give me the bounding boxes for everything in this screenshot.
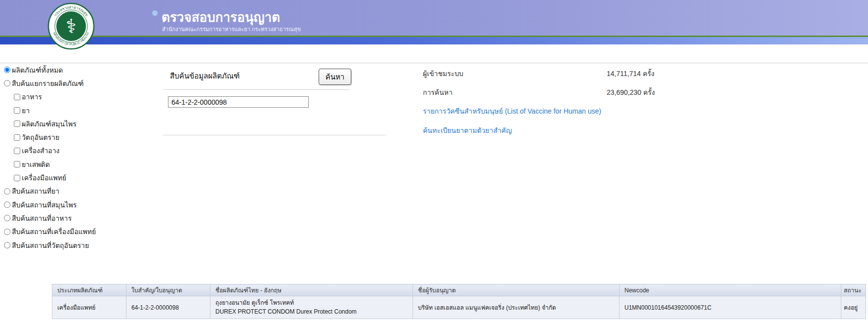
searches-label: การค้นหา	[423, 87, 453, 98]
sidebar: ผลิตภัณฑ์ทั้งหมด สืบค้นแยกรายผลิตภัณฑ์ อ…	[4, 63, 157, 252]
checkbox-herbal[interactable]	[14, 121, 20, 127]
sidebar-item-label: ผลิตภัณฑ์สมุนไพร	[22, 119, 77, 129]
search-input[interactable]	[168, 96, 309, 108]
vaccine-list-link[interactable]: รายการวัคซีนสำหรับมนุษย์ (List of Vaccin…	[423, 106, 601, 117]
visitors-label: ผู้เข้าชมระบบ	[423, 68, 463, 79]
header-band	[0, 0, 868, 36]
col-licensee: ชื่อผู้รับอนุญาต	[413, 284, 620, 296]
col-status: สถานะ	[841, 284, 866, 296]
sidebar-item-drug-premises[interactable]: สืบค้นสถานที่ยา	[4, 185, 157, 198]
col-newcode: Newcode	[620, 284, 841, 296]
results-table: ประเภทผลิตภัณฑ์ ใบสำคัญ/ใบอนุญาต ชื่อผลิ…	[52, 284, 866, 319]
product-name-english: DUREX PROTECT CONDOM Durex Protect Condo…	[215, 308, 408, 316]
table-row[interactable]: เครื่องมือแพทย์ 64-1-2-2-0000098 ถุงยางอ…	[52, 296, 866, 319]
product-name-thai: ถุงยางอนามัย ดูเร็กซ์ โพรเทคท์	[215, 299, 408, 307]
sidebar-item-food-premises[interactable]: สืบค้นสถานที่อาหาร	[4, 211, 157, 225]
checkbox-drug[interactable]	[14, 107, 20, 114]
checkbox-medical-device[interactable]	[14, 175, 20, 181]
cell-newcode: U1MN00010164543920000671C	[620, 296, 841, 319]
checkbox-hazardous[interactable]	[14, 134, 20, 141]
sidebar-item-label: เครื่องสำอาง	[22, 145, 59, 156]
sidebar-item-drug[interactable]: ยา	[4, 104, 157, 117]
search-panel-divider	[163, 135, 386, 135]
cell-license-no: 64-1-2-2-0000098	[126, 296, 210, 319]
visitors-value: 14,711,714 ครั้ง	[607, 68, 655, 79]
sidebar-item-cosmetics[interactable]: เครื่องสำอาง	[4, 144, 157, 158]
radio-all-products[interactable]	[4, 67, 10, 73]
sidebar-item-label: ยา	[22, 105, 30, 116]
cell-product-name: ถุงยางอนามัย ดูเร็กซ์ โพรเทคท์ DUREX PRO…	[210, 296, 413, 319]
search-button[interactable]: ค้นหา	[319, 69, 351, 85]
caduceus-icon: ⚕	[66, 15, 77, 37]
radio-device-premises[interactable]	[4, 229, 10, 235]
sidebar-item-label: อาหาร	[22, 91, 42, 102]
col-product-name: ชื่อผลิตภัณฑ์ไทย - อังกฤษ	[210, 284, 413, 296]
sidebar-item-herbal-premises[interactable]: สืบค้นสถานที่สมุนไพร	[4, 198, 157, 211]
col-license-no: ใบสำคัญ/ใบอนุญาต	[126, 284, 210, 296]
sidebar-item-herbal[interactable]: ผลิตภัณฑ์สมุนไพร	[4, 117, 157, 130]
radio-drug-premises[interactable]	[4, 188, 10, 195]
sidebar-item-label: วัตถุอันตราย	[22, 132, 59, 143]
moph-logo: กระทรวงสาธารณสุข MINISTRY OF PUBLIC HEAL…	[47, 2, 95, 50]
sidebar-item-hazardous-premises[interactable]: สืบค้นสถานที่วัตถุอันตราย	[4, 239, 157, 252]
radio-herbal-premises[interactable]	[4, 201, 10, 208]
sidebar-item-label: สืบค้นสถานที่อาหาร	[12, 213, 72, 224]
cell-product-type: เครื่องมือแพทย์	[52, 296, 126, 319]
search-section-title: สืบค้นข้อมูลผลิตภัณฑ์	[170, 70, 240, 82]
sidebar-item-label: สืบค้นสถานที่สมุนไพร	[12, 200, 77, 210]
page-title: ตรวจสอบการอนุญาต	[162, 7, 280, 27]
sidebar-item-label: ยาเสพติด	[22, 159, 50, 170]
table-header-row: ประเภทผลิตภัณฑ์ ใบสำคัญ/ใบอนุญาต ชื่อผลิ…	[52, 284, 866, 296]
sidebar-item-all-products[interactable]: ผลิตภัณฑ์ทั้งหมด	[4, 63, 157, 77]
checkbox-food[interactable]	[14, 94, 20, 100]
radio-food-premises[interactable]	[4, 215, 10, 221]
sidebar-item-label: สืบค้นแยกรายผลิตภัณฑ์	[12, 78, 83, 89]
sidebar-item-label: ผลิตภัณฑ์ทั้งหมด	[12, 65, 63, 76]
sidebar-item-device-premises[interactable]: สืบค้นสถานที่เครื่องมือแพทย์	[4, 225, 157, 239]
sidebar-item-label: สืบค้นสถานที่เครื่องมือแพทย์	[12, 226, 96, 237]
sidebar-item-label: สืบค้นสถานที่วัตถุอันตราย	[12, 240, 89, 251]
header-blue-bar	[0, 37, 868, 44]
title-bullet-icon	[152, 10, 158, 16]
cell-licensee: บริษัท เอสเอสแอล แมนูแฟคเจอริ่ง (ประเทศไ…	[413, 296, 620, 319]
search-heading-divider	[163, 89, 350, 90]
checkbox-narcotics[interactable]	[14, 161, 20, 167]
radio-search-by-product[interactable]	[4, 80, 10, 86]
radio-hazardous-premises[interactable]	[4, 242, 10, 248]
col-product-type: ประเภทผลิตภัณฑ์	[52, 284, 126, 296]
checkbox-cosmetics[interactable]	[14, 148, 20, 154]
sidebar-item-label: สืบค้นสถานที่ยา	[12, 186, 59, 197]
sidebar-item-label: เครื่องมือแพทย์	[22, 172, 66, 183]
sidebar-item-food[interactable]: อาหาร	[4, 90, 157, 104]
sidebar-item-narcotics[interactable]: ยาเสพติด	[4, 158, 157, 171]
cell-status: คงอยู่	[841, 296, 866, 319]
page-subtitle: สำนักงานคณะกรรมการอาหารและยา กระทรวงสาธา…	[162, 25, 301, 34]
sidebar-item-hazardous[interactable]: วัตถุอันตราย	[4, 130, 157, 144]
page: กระทรวงสาธารณสุข MINISTRY OF PUBLIC HEAL…	[0, 0, 868, 322]
sidebar-item-medical-device[interactable]: เครื่องมือแพทย์	[4, 171, 157, 184]
searches-value: 23,690,230 ครั้ง	[607, 87, 655, 98]
drug-registry-link[interactable]: ค้นทะเบียนยาตามตัวยาสำคัญ	[423, 125, 512, 136]
sidebar-item-search-by-product[interactable]: สืบค้นแยกรายผลิตภัณฑ์	[4, 77, 157, 90]
moph-seal-icon: กระทรวงสาธารณสุข MINISTRY OF PUBLIC HEAL…	[47, 2, 95, 50]
